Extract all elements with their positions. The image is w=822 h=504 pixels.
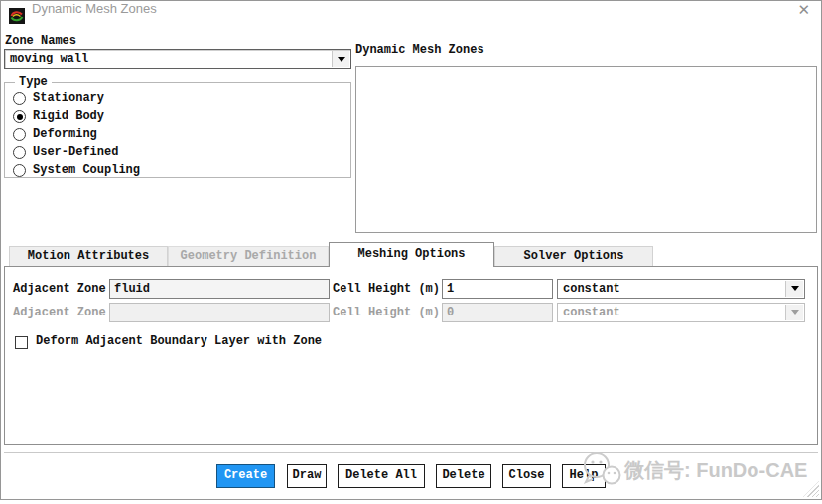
tab-strip: Motion Attributes Geometry Definition Me… [4, 241, 818, 267]
cell-height-2-label: Cell Height (m) [333, 303, 440, 322]
radio-user-defined[interactable]: User-Defined [13, 144, 350, 161]
zone-names-value: moving_wall [10, 50, 88, 68]
fluent-app-icon [9, 8, 25, 24]
cell-height-2-input [442, 303, 553, 322]
chevron-down-icon[interactable] [785, 281, 803, 297]
title-bar: Dynamic Mesh Zones ✕ [1, 1, 821, 31]
draw-button[interactable]: Draw [287, 464, 327, 488]
radio-stationary-label: Stationary [33, 91, 104, 105]
tab-solver-options[interactable]: Solver Options [494, 246, 653, 267]
chevron-down-icon [785, 305, 803, 320]
type-group: Type Stationary Rigid Body Deforming Use… [4, 75, 351, 178]
radio-user-defined-label: User-Defined [33, 145, 118, 159]
radio-rigid-body-label: Rigid Body [33, 109, 104, 123]
radio-deforming[interactable]: Deforming [13, 126, 350, 143]
radio-button-icon [13, 92, 26, 105]
radio-rigid-body[interactable]: Rigid Body [13, 108, 350, 125]
deform-adjacent-checkbox[interactable] [15, 336, 28, 349]
cell-height-2-profile-value: constant [563, 304, 620, 322]
radio-stationary[interactable]: Stationary [13, 90, 350, 107]
adjacent-zone-label: Adjacent Zone [13, 279, 106, 299]
close-button[interactable]: Close [502, 464, 551, 488]
zone-names-label: Zone Names [5, 34, 76, 48]
tab-meshing-options[interactable]: Meshing Options [329, 242, 494, 267]
adjacent-zone-2-input [109, 303, 330, 322]
zone-names-dropdown[interactable]: moving_wall [4, 49, 351, 69]
radio-system-coupling[interactable]: System Coupling [13, 162, 350, 179]
radio-button-icon [13, 128, 26, 141]
radio-deforming-label: Deforming [33, 127, 97, 141]
adjacent-zone-input[interactable] [109, 279, 330, 299]
window-title: Dynamic Mesh Zones [32, 1, 157, 16]
radio-button-icon [13, 146, 26, 159]
deform-adjacent-checkbox-label: Deform Adjacent Boundary Layer with Zone [36, 334, 322, 348]
cell-height-2-profile-dropdown: constant [557, 303, 805, 322]
cell-height-profile-dropdown[interactable]: constant [557, 279, 805, 299]
close-icon[interactable]: ✕ [797, 1, 810, 19]
resize-grip-icon[interactable] [803, 481, 819, 497]
watermark-text: 微信号: FunDo-CAE [624, 457, 807, 484]
meshing-options-panel: Adjacent Zone Cell Height (m) constant A… [4, 266, 818, 445]
radio-button-checked-icon [13, 110, 26, 123]
dynamic-mesh-zones-list[interactable] [355, 66, 817, 233]
chevron-down-icon[interactable] [332, 51, 349, 67]
cell-height-profile-value: constant [563, 280, 620, 299]
zones-list-label: Dynamic Mesh Zones [355, 43, 484, 57]
radio-button-icon [13, 164, 26, 177]
adjacent-zone-2-label: Adjacent Zone [13, 303, 106, 322]
type-group-legend: Type [15, 75, 52, 89]
help-button[interactable]: Help [562, 464, 606, 488]
tab-geometry-definition: Geometry Definition [168, 246, 329, 267]
delete-button[interactable]: Delete [436, 464, 491, 488]
radio-system-coupling-label: System Coupling [33, 163, 140, 177]
create-button[interactable]: Create [216, 464, 275, 488]
cell-height-input[interactable] [442, 279, 553, 299]
delete-all-button[interactable]: Delete All [338, 464, 425, 488]
cell-height-label: Cell Height (m) [333, 279, 440, 299]
bottom-separator [4, 452, 818, 453]
tab-motion-attributes[interactable]: Motion Attributes [9, 246, 168, 267]
dynamic-mesh-zones-dialog: Dynamic Mesh Zones ✕ Zone Names moving_w… [0, 0, 822, 500]
watermark: 微信号: FunDo-CAE [581, 449, 819, 493]
